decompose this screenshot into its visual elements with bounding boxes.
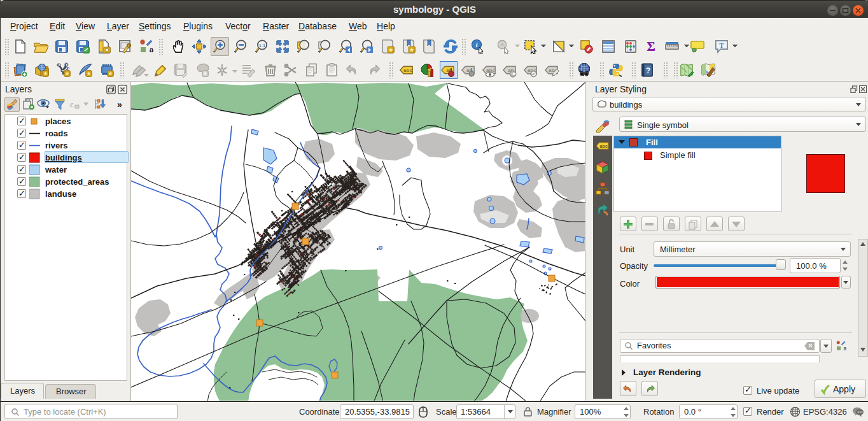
svg-text:abc: abc (600, 143, 608, 149)
svg-text:1:1: 1:1 (259, 43, 265, 48)
svg-text:ε: ε (70, 99, 74, 109)
svg-text:abc: abc (403, 68, 412, 73)
svg-text:Σ: Σ (647, 39, 655, 54)
svg-text:T: T (719, 41, 724, 49)
svg-text:a: a (150, 46, 153, 54)
svg-text:a: a (844, 346, 847, 352)
svg-text:?: ? (646, 66, 650, 75)
